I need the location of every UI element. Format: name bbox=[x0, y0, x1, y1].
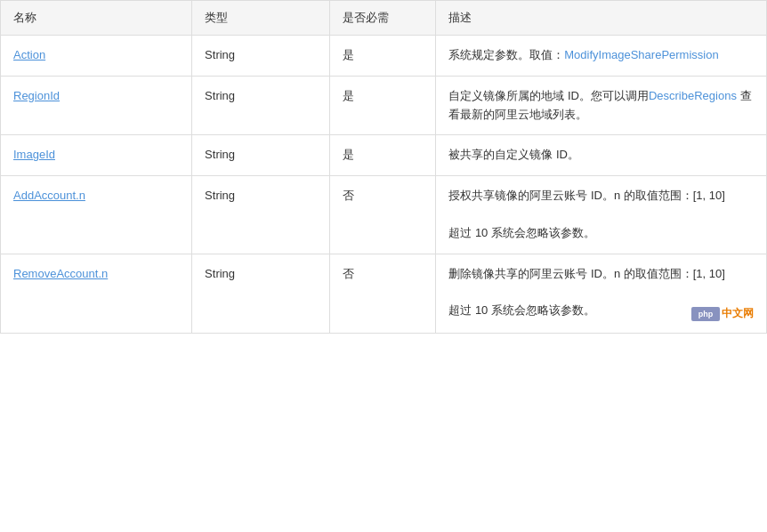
table-row: RegionIdString是自定义镜像所属的地域 ID。您可以调用Descri… bbox=[1, 76, 766, 135]
param-name-link[interactable]: ImageId bbox=[13, 148, 55, 161]
description-text: 超过 10 系统会忽略该参数。 bbox=[448, 303, 595, 317]
param-name-cell: RegionId bbox=[1, 76, 192, 135]
param-required-cell: 否 bbox=[329, 176, 436, 254]
description-text: 自定义镜像所属的地域 ID。您可以调用 bbox=[448, 89, 649, 102]
param-description-cell: 系统规定参数。取值：ModifyImageSharePermission bbox=[436, 36, 766, 77]
header-name: 名称 bbox=[1, 1, 192, 36]
table-row: RemoveAccount.nString否删除镜像共享的阿里云账号 ID。n … bbox=[1, 254, 766, 333]
param-name-cell: RemoveAccount.n bbox=[1, 254, 192, 333]
description-link[interactable]: ModifyImageSharePermission bbox=[564, 48, 718, 61]
description-text: 授权共享镜像的阿里云账号 ID。n 的取值范围：[1, 10] bbox=[448, 189, 725, 202]
param-type-cell: String bbox=[192, 76, 330, 135]
param-name-link[interactable]: Action bbox=[13, 48, 45, 61]
description-text: 超过 10 系统会忽略该参数。 bbox=[448, 226, 595, 239]
param-description-cell: 删除镜像共享的阿里云账号 ID。n 的取值范围：[1, 10]超过 10 系统会… bbox=[436, 254, 766, 333]
header-required: 是否必需 bbox=[329, 1, 436, 36]
param-name-link[interactable]: RemoveAccount.n bbox=[13, 267, 108, 280]
param-required-cell: 否 bbox=[329, 254, 436, 333]
param-type-cell: String bbox=[192, 254, 330, 333]
param-name-cell: ImageId bbox=[1, 135, 192, 176]
php-badge: php中文网 bbox=[691, 305, 754, 322]
description-text: 系统规定参数。取值： bbox=[448, 48, 564, 61]
param-description-cell: 授权共享镜像的阿里云账号 ID。n 的取值范围：[1, 10]超过 10 系统会… bbox=[436, 176, 766, 254]
description-text: 删除镜像共享的阿里云账号 ID。n 的取值范围：[1, 10] bbox=[448, 267, 725, 280]
param-type-cell: String bbox=[192, 176, 330, 254]
param-description-cell: 自定义镜像所属的地域 ID。您可以调用DescribeRegions 查看最新的… bbox=[436, 76, 766, 135]
param-required-cell: 是 bbox=[329, 135, 436, 176]
param-type-cell: String bbox=[192, 36, 330, 77]
php-logo-icon: php bbox=[691, 307, 720, 321]
param-name-cell: Action bbox=[1, 36, 192, 77]
param-name-cell: AddAccount.n bbox=[1, 176, 192, 254]
table-row: ActionString是系统规定参数。取值：ModifyImageShareP… bbox=[1, 36, 766, 77]
param-name-link[interactable]: RegionId bbox=[13, 89, 60, 102]
table-row: AddAccount.nString否授权共享镜像的阿里云账号 ID。n 的取值… bbox=[1, 176, 766, 254]
php-site-text: 中文网 bbox=[722, 305, 754, 322]
param-required-cell: 是 bbox=[329, 76, 436, 135]
api-params-table: 名称 类型 是否必需 描述 ActionString是系统规定参数。取值：Mod… bbox=[0, 0, 767, 334]
param-required-cell: 是 bbox=[329, 36, 436, 77]
description-link[interactable]: DescribeRegions bbox=[649, 89, 737, 102]
param-type-cell: String bbox=[192, 135, 330, 176]
param-description-cell: 被共享的自定义镜像 ID。 bbox=[436, 135, 766, 176]
header-type: 类型 bbox=[192, 1, 330, 36]
description-text: 被共享的自定义镜像 ID。 bbox=[448, 148, 579, 161]
table-row: ImageIdString是被共享的自定义镜像 ID。 bbox=[1, 135, 766, 176]
header-description: 描述 bbox=[436, 1, 766, 36]
param-name-link[interactable]: AddAccount.n bbox=[13, 189, 85, 202]
